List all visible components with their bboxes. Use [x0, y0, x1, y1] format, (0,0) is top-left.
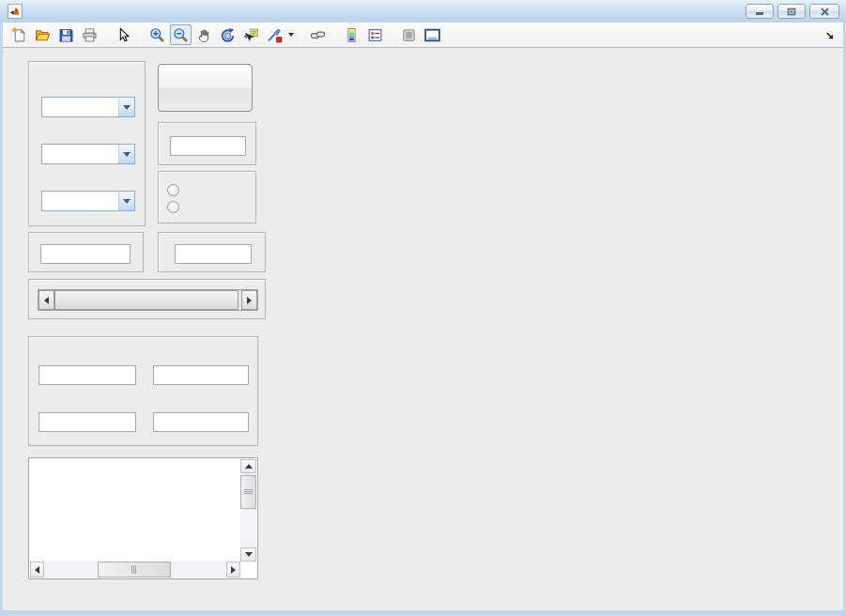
close-button[interactable]	[809, 4, 839, 19]
atom-c-dropdown[interactable]	[41, 191, 135, 211]
toolbar-separator	[106, 26, 107, 44]
cutoff-panel	[158, 232, 266, 272]
rotate-3d-icon[interactable]	[217, 24, 238, 45]
atom-b-dropdown[interactable]	[41, 144, 135, 164]
atom-types-panel	[28, 61, 146, 226]
scrollbar-thumb[interactable]	[240, 475, 256, 509]
toolbar-separator	[334, 26, 335, 44]
delta-value-panel	[158, 122, 256, 165]
title-bar	[0, 0, 846, 23]
slider-right-arrow[interactable]	[241, 290, 257, 310]
scroll-up-icon[interactable]	[240, 459, 256, 473]
toolbar-separator	[140, 26, 141, 44]
insert-colorbar-icon[interactable]	[341, 24, 362, 45]
print-figure-icon[interactable]	[79, 24, 100, 45]
insert-legend-icon[interactable]	[364, 24, 386, 45]
chevron-down-icon[interactable]	[118, 192, 134, 210]
scroll-right-icon[interactable]	[226, 562, 240, 578]
slider-left-arrow[interactable]	[38, 290, 54, 310]
save-figure-icon[interactable]	[55, 24, 77, 45]
steps-input[interactable]	[40, 244, 131, 264]
maximize-button[interactable]	[777, 4, 806, 19]
chevron-down-icon[interactable]	[118, 98, 134, 116]
open-file-icon[interactable]	[32, 24, 54, 45]
matlab-logo-icon	[8, 4, 23, 19]
new-figure-icon[interactable]	[8, 24, 30, 45]
plot-type-listbox[interactable]	[28, 457, 258, 579]
scrollbar-thumb[interactable]	[98, 562, 171, 578]
listbox-items	[30, 459, 240, 562]
edit-plot-icon[interactable]	[113, 24, 134, 45]
toolbar-overflow-icon[interactable]: ↘	[825, 29, 834, 41]
atom-a-dropdown[interactable]	[41, 97, 135, 117]
toolbar-separator	[392, 26, 392, 44]
calculation-type-panel	[158, 171, 256, 223]
cutoff-input[interactable]	[175, 244, 252, 264]
app-window: ↘	[0, 0, 846, 616]
delta-value-input[interactable]	[170, 136, 246, 156]
mep-radio[interactable]	[167, 201, 185, 213]
scroll-left-icon[interactable]	[30, 562, 44, 578]
ab-momentum-input[interactable]	[153, 365, 249, 385]
data-cursor-icon[interactable]	[240, 24, 262, 45]
collision-angle-slider[interactable]	[38, 289, 258, 311]
brush-data-icon[interactable]	[264, 24, 285, 45]
horizontal-scrollbar[interactable]	[30, 562, 240, 578]
pan-icon[interactable]	[193, 24, 215, 45]
hide-plot-tools-icon[interactable]	[398, 24, 420, 45]
figure-toolbar: ↘	[3, 23, 843, 48]
bc-distance-input[interactable]	[38, 412, 136, 432]
scroll-down-icon[interactable]	[240, 547, 256, 562]
slider-thumb[interactable]	[54, 290, 238, 310]
ab-distance-input[interactable]	[38, 365, 136, 385]
chevron-down-icon[interactable]	[118, 145, 134, 163]
update-button[interactable]	[158, 64, 253, 112]
initial-conditions-panel	[28, 336, 258, 446]
collision-angle-panel	[28, 279, 266, 319]
steps-panel	[28, 232, 144, 272]
dynamics-radio[interactable]	[167, 184, 185, 196]
zoom-out-icon[interactable]	[170, 24, 192, 45]
brush-dropdown-caret[interactable]	[286, 24, 296, 45]
bc-momentum-input[interactable]	[153, 412, 249, 432]
figure-canvas	[3, 48, 843, 610]
show-plot-tools-icon[interactable]	[422, 24, 443, 45]
toolbar-separator	[300, 26, 301, 44]
zoom-in-icon[interactable]	[146, 24, 168, 45]
link-plot-icon[interactable]	[307, 24, 329, 45]
vertical-scrollbar[interactable]	[240, 459, 256, 562]
radio-icon[interactable]	[167, 201, 179, 213]
minimize-button[interactable]	[746, 4, 774, 19]
radio-icon[interactable]	[167, 184, 179, 196]
